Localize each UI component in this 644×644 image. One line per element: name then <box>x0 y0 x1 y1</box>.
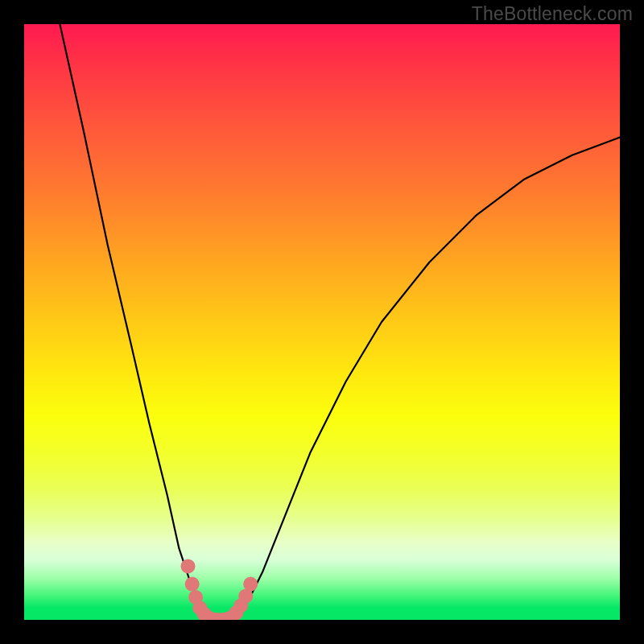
chart-frame: TheBottleneck.com <box>0 0 644 644</box>
gradient-background <box>24 24 620 620</box>
watermark-text: TheBottleneck.com <box>472 3 633 25</box>
plot-area <box>24 24 620 620</box>
